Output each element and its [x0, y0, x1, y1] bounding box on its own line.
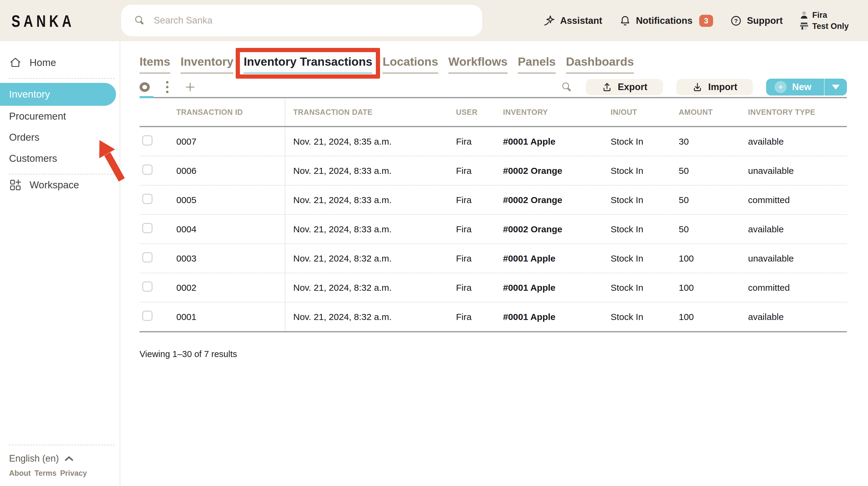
home-icon — [9, 56, 22, 69]
cell-in-out: Stock In — [611, 253, 679, 264]
cell-transaction-id: 0005 — [176, 195, 285, 205]
row-checkbox[interactable] — [142, 194, 153, 204]
col-inventory-type: INVENTORY TYPE — [748, 108, 847, 117]
table-row[interactable]: 0004 Nov. 21, 2024, 8:33 a.m. Fira #0002… — [140, 214, 847, 244]
results-count: Viewing 1–30 of 7 results — [140, 349, 847, 359]
sidebar-item-orders[interactable]: Orders — [0, 127, 120, 148]
download-icon — [692, 82, 703, 93]
cell-in-out: Stock In — [611, 283, 679, 293]
cell-inventory-type: available — [748, 224, 847, 234]
add-view-button[interactable] — [184, 81, 196, 93]
topnav: Assistant Notifications 3 ? Support — [543, 0, 849, 41]
cell-in-out: Stock In — [611, 224, 679, 234]
col-user: USER — [456, 108, 503, 117]
table-body: 0007 Nov. 21, 2024, 8:35 a.m. Fira #0001… — [140, 127, 847, 332]
new-dropdown-button[interactable] — [825, 78, 847, 96]
user-menu[interactable]: Fira Test Only — [800, 10, 849, 31]
col-transaction-date: TRANSACTION DATE — [285, 98, 456, 126]
table-row[interactable]: 0005 Nov. 21, 2024, 8:33 a.m. Fira #0002… — [140, 185, 847, 214]
about-link[interactable]: About — [9, 469, 31, 478]
cell-inventory-type: committed — [748, 283, 847, 293]
cell-user: Fira — [456, 224, 503, 234]
transactions-table: TRANSACTION ID TRANSACTION DATE USER INV… — [140, 98, 847, 332]
row-checkbox[interactable] — [142, 223, 153, 233]
tab-workflows[interactable]: Workflows — [448, 55, 507, 73]
table-row[interactable]: 0006 Nov. 21, 2024, 8:33 a.m. Fira #0002… — [140, 156, 847, 185]
assistant-button[interactable]: Assistant — [543, 15, 602, 27]
workspace-name: Test Only — [812, 22, 849, 31]
row-checkbox[interactable] — [142, 135, 153, 145]
export-button[interactable]: Export — [586, 79, 663, 95]
sidebar-divider — [9, 445, 115, 445]
new-button[interactable]: + New — [766, 78, 847, 96]
cell-transaction-id: 0002 — [176, 283, 285, 293]
cell-amount: 50 — [679, 166, 748, 176]
sidebar-item-label: Home — [30, 57, 56, 68]
tab-dashboards[interactable]: Dashboards — [566, 55, 634, 73]
cell-in-out: Stock In — [611, 195, 679, 205]
table-row[interactable]: 0002 Nov. 21, 2024, 8:32 a.m. Fira #0001… — [140, 273, 847, 302]
cell-transaction-date: Nov. 21, 2024, 8:33 a.m. — [285, 215, 456, 244]
notifications-button[interactable]: Notifications 3 — [619, 15, 713, 27]
cell-transaction-date: Nov. 21, 2024, 8:33 a.m. — [285, 156, 456, 185]
module-tabs: Items Inventory Inventory Transactions L… — [140, 55, 847, 73]
view-options-button[interactable] — [164, 79, 170, 95]
upload-icon — [601, 82, 613, 93]
tab-locations[interactable]: Locations — [382, 55, 438, 73]
row-checkbox[interactable] — [142, 282, 153, 292]
export-label: Export — [618, 82, 647, 93]
cell-inventory: #0002 Orange — [503, 166, 611, 176]
cell-amount: 100 — [679, 312, 748, 322]
row-checkbox[interactable] — [142, 252, 153, 262]
storefront-icon — [800, 22, 809, 31]
sidebar-item-label: Customers — [9, 153, 57, 164]
cell-user: Fira — [456, 312, 503, 322]
sidebar-item-label: Inventory — [9, 89, 50, 100]
ring-icon — [140, 82, 150, 92]
cell-transaction-id: 0006 — [176, 166, 285, 176]
kebab-icon — [166, 81, 168, 84]
cell-user: Fira — [456, 136, 503, 147]
table-row[interactable]: 0007 Nov. 21, 2024, 8:35 a.m. Fira #0001… — [140, 127, 847, 156]
support-button[interactable]: ? Support — [730, 15, 783, 27]
language-selector[interactable]: English (en) — [9, 453, 115, 464]
sidebar-item-workspace[interactable]: Workspace — [0, 174, 120, 196]
cell-user: Fira — [456, 195, 503, 205]
bell-icon — [619, 15, 631, 27]
row-checkbox[interactable] — [142, 311, 153, 321]
col-in-out: IN/OUT — [611, 108, 679, 117]
table-row[interactable]: 0003 Nov. 21, 2024, 8:32 a.m. Fira #0001… — [140, 244, 847, 273]
plus-circle-icon: + — [775, 81, 786, 93]
tab-items[interactable]: Items — [140, 55, 170, 73]
cell-in-out: Stock In — [611, 166, 679, 176]
tab-inventory-transactions[interactable]: Inventory Transactions — [244, 55, 372, 73]
view-tab-circle[interactable] — [140, 77, 153, 97]
chevron-up-icon — [64, 455, 74, 462]
cell-inventory-type: unavailable — [748, 253, 847, 264]
sidebar-divider — [9, 78, 115, 78]
table-actions: Export Import + New — [561, 78, 847, 96]
cell-transaction-date: Nov. 21, 2024, 8:32 a.m. — [285, 244, 456, 273]
tab-inventory[interactable]: Inventory — [181, 55, 234, 73]
sidebar-item-customers[interactable]: Customers — [0, 148, 120, 169]
import-label: Import — [708, 82, 737, 93]
search-input[interactable] — [153, 15, 450, 26]
terms-link[interactable]: Terms — [34, 469, 56, 478]
cell-transaction-date: Nov. 21, 2024, 8:33 a.m. — [285, 186, 456, 214]
cell-amount: 100 — [679, 253, 748, 264]
import-button[interactable]: Import — [676, 79, 753, 95]
table-row[interactable]: 0001 Nov. 21, 2024, 8:32 a.m. Fira #0001… — [140, 302, 847, 331]
table-search-icon[interactable] — [561, 81, 572, 93]
app-root: SANKA Assistant Notificati — [0, 0, 868, 486]
privacy-link[interactable]: Privacy — [60, 469, 87, 478]
col-amount: AMOUNT — [679, 108, 748, 117]
sidebar-item-inventory[interactable]: Inventory — [0, 83, 116, 106]
sidebar-item-label: Orders — [9, 132, 39, 143]
global-search[interactable] — [121, 5, 482, 36]
sidebar-item-procurement[interactable]: Procurement — [0, 106, 120, 127]
tab-panels[interactable]: Panels — [518, 55, 556, 73]
sidebar-item-home[interactable]: Home — [0, 52, 120, 73]
row-checkbox[interactable] — [142, 164, 153, 175]
cell-user: Fira — [456, 253, 503, 264]
cell-transaction-id: 0004 — [176, 224, 285, 234]
